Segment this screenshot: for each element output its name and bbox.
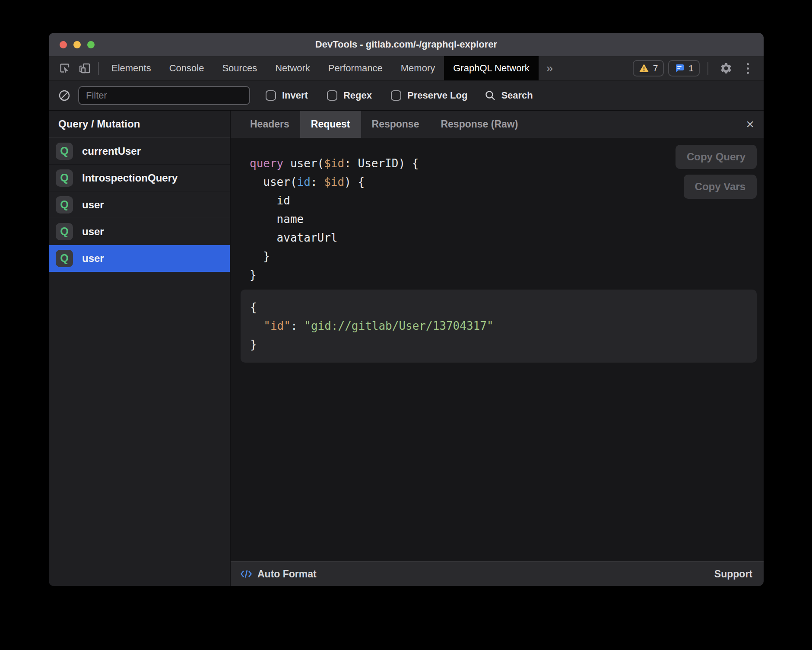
settings-gear-icon[interactable] [716, 62, 736, 75]
checkbox-box[interactable] [391, 90, 401, 101]
tab-console[interactable]: Console [160, 56, 213, 80]
warnings-badge[interactable]: 7 [633, 60, 664, 76]
request-item-label: user [82, 226, 104, 238]
invert-checkbox[interactable]: Invert [266, 90, 308, 101]
inspect-element-icon[interactable] [55, 56, 75, 80]
toolbar-separator [707, 62, 708, 75]
checkbox-label: Invert [282, 90, 308, 101]
warnings-count: 7 [653, 63, 658, 73]
request-item-label: currentUser [82, 145, 141, 157]
tab-elements[interactable]: Elements [102, 56, 160, 80]
checkbox-box[interactable] [266, 90, 276, 101]
request-item-label: user [82, 252, 104, 264]
tab-memory[interactable]: Memory [392, 56, 444, 80]
checkbox-label: Preserve Log [407, 90, 467, 101]
request-item-user-selected[interactable]: Q user [49, 245, 230, 272]
zoom-window-button[interactable] [87, 41, 95, 48]
request-list-sidebar: Query / Mutation Q currentUser Q Introsp… [49, 111, 231, 586]
more-options-icon[interactable] [740, 63, 755, 74]
checkbox-label: Regex [343, 90, 372, 101]
device-toolbar-icon[interactable] [75, 56, 95, 80]
query-variables-block: { "id": "gid://gitlab/User/13704317"} [241, 290, 757, 363]
query-type-badge: Q [56, 250, 73, 267]
tab-performance[interactable]: Performance [319, 56, 392, 80]
request-item-introspectionQuery[interactable]: Q IntrospectionQuery [49, 165, 230, 191]
toolbar-separator [98, 62, 99, 75]
traffic-lights [60, 33, 95, 56]
window-title: DevTools - gitlab.com/-/graphql-explorer [315, 39, 497, 50]
request-item-currentUser[interactable]: Q currentUser [49, 138, 230, 165]
query-type-badge: Q [56, 196, 73, 213]
detail-footer: Auto Format Support [231, 561, 764, 586]
more-tabs-icon[interactable]: » [539, 56, 561, 80]
close-window-button[interactable] [60, 41, 67, 48]
code-brackets-icon [240, 569, 252, 579]
regex-checkbox[interactable]: Regex [327, 90, 372, 101]
request-detail-panel: Headers Request Response Response (Raw) … [231, 111, 764, 586]
issues-badge[interactable]: 1 [668, 60, 700, 76]
tab-response-raw[interactable]: Response (Raw) [430, 111, 529, 138]
auto-format-button[interactable]: Auto Format [240, 568, 317, 580]
issues-count: 1 [688, 63, 694, 73]
request-body: Copy Query Copy Vars query user($id: Use… [231, 138, 764, 561]
devtools-toolbar: Elements Console Sources Network Perform… [49, 56, 764, 80]
tab-request[interactable]: Request [300, 111, 361, 138]
devtools-window: DevTools - gitlab.com/-/graphql-explorer… [49, 33, 764, 586]
filter-bar: Invert Regex Preserve Log Search [49, 80, 764, 111]
tab-network[interactable]: Network [266, 56, 319, 80]
request-item-label: user [82, 199, 104, 211]
query-type-badge: Q [56, 143, 73, 160]
tab-sources[interactable]: Sources [213, 56, 266, 80]
minimize-window-button[interactable] [73, 41, 81, 48]
clear-icon[interactable] [58, 89, 70, 102]
preserve-log-checkbox[interactable]: Preserve Log [391, 90, 467, 101]
warning-triangle-icon [639, 64, 649, 73]
auto-format-label: Auto Format [257, 568, 317, 580]
checkbox-box[interactable] [327, 90, 337, 101]
request-item-label: IntrospectionQuery [82, 172, 178, 184]
search-label: Search [501, 90, 533, 101]
search-button[interactable]: Search [485, 90, 533, 101]
search-icon [485, 90, 496, 101]
filter-input[interactable] [78, 86, 250, 105]
copy-vars-button[interactable]: Copy Vars [684, 175, 757, 199]
support-link[interactable]: Support [714, 568, 752, 580]
query-type-badge: Q [56, 223, 73, 240]
tab-headers[interactable]: Headers [239, 111, 300, 138]
request-item-user[interactable]: Q user [49, 191, 230, 218]
sidebar-header: Query / Mutation [49, 111, 230, 138]
tab-graphql-network[interactable]: GraphQL Network [444, 56, 538, 80]
request-item-user[interactable]: Q user [49, 218, 230, 245]
title-bar: DevTools - gitlab.com/-/graphql-explorer [49, 33, 764, 56]
copy-query-button[interactable]: Copy Query [676, 145, 757, 169]
message-bubble-icon [674, 63, 685, 73]
detail-tab-bar: Headers Request Response Response (Raw) … [231, 111, 764, 138]
close-icon[interactable]: × [746, 111, 754, 138]
tab-response[interactable]: Response [361, 111, 430, 138]
query-type-badge: Q [56, 169, 73, 187]
